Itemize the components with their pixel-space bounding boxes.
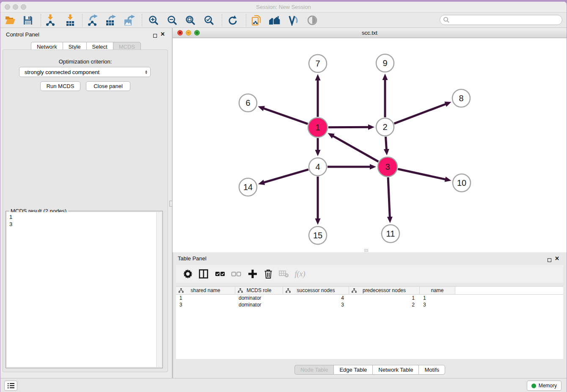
search-box[interactable] — [440, 15, 562, 25]
table-cell[interactable]: 1 — [349, 295, 420, 301]
graph-node-label: 10 — [457, 178, 466, 188]
criterion-dropdown[interactable]: strongly connected component ▲▼ — [19, 67, 151, 77]
table-cell[interactable]: 3 — [420, 301, 455, 308]
table-panel: Table Panel ✕ — [173, 252, 567, 378]
control-panel: Control Panel ✕ NetworkStyleSelectMCDS O… — [0, 28, 171, 378]
delete-icon[interactable] — [262, 268, 275, 280]
table-cell[interactable]: 1 — [420, 295, 455, 301]
table-row[interactable]: 1dominator411 — [176, 295, 563, 301]
graph-edge-1-2[interactable] — [328, 127, 370, 127]
node-table: shared nameMCDS rolesuccessor nodesprede… — [176, 286, 563, 359]
graph-node-label: 2 — [383, 122, 387, 132]
window-title: Session: New Session — [0, 4, 567, 10]
table-cell[interactable]: dominator — [235, 301, 283, 308]
copy-network-icon[interactable] — [250, 14, 263, 26]
graph-node-label: 4 — [315, 162, 320, 171]
task-history-button[interactable] — [4, 381, 17, 391]
column-label: name — [431, 287, 443, 293]
graph-edge-arrowhead — [444, 102, 451, 107]
zoom-fit-icon[interactable] — [184, 14, 197, 26]
graph-edge-3-1[interactable] — [332, 135, 378, 162]
show-graphics-icon — [306, 14, 319, 26]
table-cell[interactable]: 3 — [176, 301, 235, 308]
table-tabs: Node TableEdge TableNetwork TableMotifs — [173, 365, 567, 375]
export-image-icon[interactable] — [123, 14, 136, 26]
table-tab-node-table[interactable]: Node Table — [295, 365, 334, 375]
control-panel-header: Control Panel ✕ — [0, 28, 171, 41]
graph-edge-arrowhead — [384, 149, 389, 155]
graph-edge-arrowhead — [315, 74, 321, 80]
float-panel-icon[interactable] — [153, 32, 157, 39]
search-icon — [443, 17, 450, 23]
deselect-all-icon[interactable] — [230, 268, 242, 280]
table-cell[interactable]: 4 — [283, 295, 349, 301]
graph-edge-arrowhead — [258, 180, 265, 185]
chevron-updown-icon: ▲▼ — [145, 70, 148, 74]
memory-status-icon — [531, 384, 536, 388]
graph-node-label: 8 — [459, 94, 463, 103]
add-icon[interactable] — [246, 268, 259, 280]
save-session-icon[interactable] — [22, 14, 34, 26]
table-panel-title: Table Panel — [178, 255, 206, 262]
graph-edge-3-10[interactable] — [398, 169, 446, 179]
graph-edge-2-8[interactable] — [394, 104, 447, 124]
open-session-icon[interactable] — [4, 14, 17, 26]
table-tab-network-table[interactable]: Network Table — [372, 365, 418, 375]
table-tab-motifs[interactable]: Motifs — [418, 365, 445, 375]
import-table-icon[interactable] — [64, 14, 77, 26]
zoom-out-icon[interactable] — [166, 14, 179, 26]
mcds-result-text[interactable]: 1 3 — [7, 212, 162, 367]
hierarchy-icon — [238, 288, 243, 293]
column-header-MCDS-role[interactable]: MCDS role — [235, 287, 283, 294]
refresh-icon[interactable] — [226, 14, 239, 26]
select-all-icon[interactable] — [214, 268, 226, 280]
column-label: successor nodes — [297, 287, 335, 293]
table-tab-edge-table[interactable]: Edge Table — [333, 365, 372, 375]
title-bar: Session: New Session — [0, 2, 567, 13]
optimization-criterion-label: Optimization criterion: — [3, 58, 168, 65]
column-layout-icon[interactable] — [197, 268, 210, 280]
result-scrollbar[interactable] — [156, 212, 162, 367]
close-table-panel-icon[interactable]: ✕ — [555, 257, 559, 260]
graph-node-label: 14 — [243, 182, 253, 192]
control-panel-title: Control Panel — [6, 31, 39, 38]
column-header-successor-nodes[interactable]: successor nodes — [283, 287, 349, 294]
graph-edge-arrowhead — [387, 217, 393, 223]
criterion-value: strongly connected component — [25, 69, 145, 75]
graph-node-label: 6 — [245, 98, 250, 108]
float-table-panel-icon[interactable] — [548, 256, 551, 264]
export-network-icon[interactable] — [86, 14, 99, 26]
close-panel-button[interactable]: Close panel — [86, 81, 130, 91]
import-network-icon[interactable] — [44, 14, 57, 26]
table-cell[interactable]: 3 — [283, 301, 349, 308]
memory-button[interactable]: Memory — [527, 381, 561, 391]
table-row[interactable]: 3dominator323 — [176, 301, 563, 308]
table-cell[interactable]: dominator — [235, 295, 283, 301]
graph-edge-1-6[interactable] — [262, 108, 308, 124]
gear-icon[interactable] — [182, 268, 194, 280]
column-header-shared-name[interactable]: shared name — [176, 287, 235, 294]
network-graph[interactable]: 7968124314101511 — [173, 38, 567, 252]
close-panel-icon[interactable]: ✕ — [160, 32, 165, 36]
export-table-icon[interactable] — [105, 14, 117, 26]
network-canvas[interactable]: 7968124314101511 — [173, 38, 567, 252]
divider-grip[interactable] — [169, 201, 173, 207]
network-window-titlebar[interactable]: ✕ − + scc.txt — [173, 28, 567, 38]
cybrowser-icon[interactable] — [269, 14, 281, 26]
graph-edge-3-11[interactable] — [388, 177, 390, 218]
table-cell[interactable]: 2 — [349, 301, 420, 308]
zoom-in-icon[interactable] — [147, 14, 160, 26]
graph-edge-arrowhead — [383, 74, 388, 80]
search-input[interactable] — [450, 17, 562, 23]
table-cell[interactable]: 1 — [176, 295, 235, 301]
run-mcds-button[interactable]: Run MCDS — [40, 81, 80, 91]
zoom-selected-icon[interactable] — [203, 14, 215, 26]
column-header-predecessor-nodes[interactable]: predecessor nodes — [349, 287, 420, 294]
column-header-name[interactable]: name — [420, 287, 455, 294]
canvas-grip[interactable] — [364, 249, 368, 252]
memory-label: Memory — [539, 383, 557, 389]
hierarchy-icon — [352, 288, 357, 293]
vizmapper-icon[interactable] — [287, 14, 300, 26]
graph-edge-2-3[interactable] — [385, 137, 386, 151]
graph-edge-4-14[interactable] — [263, 169, 308, 183]
